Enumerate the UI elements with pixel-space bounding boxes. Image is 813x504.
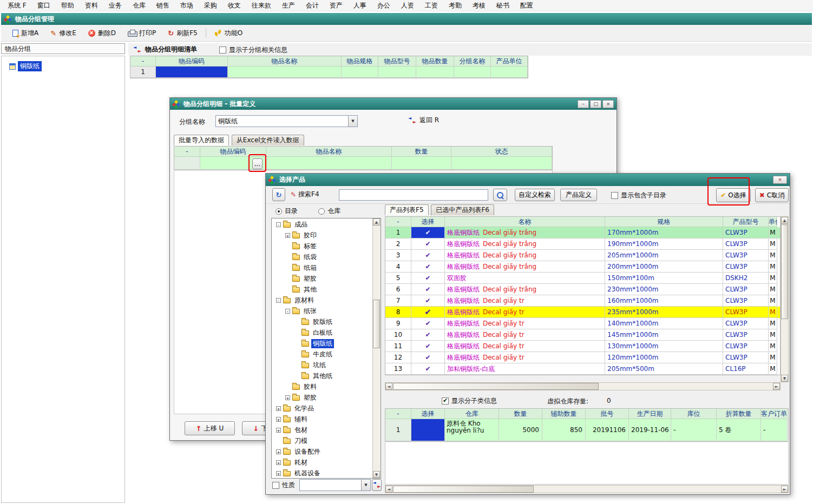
stock-hscrollbar[interactable]: ◄ ► [385, 485, 789, 493]
menu-item[interactable]: 业务 [103, 0, 127, 11]
product-row[interactable]: 6 格底铜版纸Decal giấy trắng 230mm*1000m CLW3… [385, 284, 780, 295]
item-code-cell[interactable] [156, 67, 228, 78]
column-header[interactable]: 物品规格 [342, 56, 378, 67]
status-cell[interactable] [451, 157, 552, 170]
tree-item[interactable]: + 耗材 [272, 457, 372, 468]
scroll-right-icon[interactable]: ► [773, 383, 780, 390]
expand-toggle-icon[interactable]: - [276, 298, 281, 303]
expand-toggle-icon[interactable]: + [276, 460, 281, 465]
column-header[interactable]: - [130, 56, 156, 67]
menu-item[interactable]: 资产 [324, 0, 348, 11]
expand-toggle-icon[interactable]: - [276, 222, 281, 227]
batch-row[interactable] [174, 157, 552, 170]
product-row[interactable]: 11 格底铜版纸Decal giấy tr 130mm*1000m CLW3P … [385, 341, 780, 352]
product-row[interactable]: 3 格底铜版纸Decal giấy trắng 205mm*1000m CLW3… [385, 250, 780, 261]
column-header[interactable]: 状态 [451, 147, 552, 157]
product-row[interactable]: 1 格底铜版纸Decal giấy trắng 170mm*1000m CLW3… [385, 227, 780, 238]
column-header[interactable]: 物品名称 [266, 147, 392, 157]
select-cell[interactable] [411, 352, 445, 363]
show-subgroup-checkbox[interactable]: 显示子分组相关信息 [219, 45, 287, 55]
menu-item[interactable]: 销售 [151, 0, 175, 11]
cancel-button[interactable]: ✖ C取消 [755, 188, 789, 202]
scroll-down-icon[interactable]: ▼ [373, 471, 380, 478]
column-header[interactable]: - [385, 409, 411, 419]
product-row[interactable]: 12 格底铜版纸Decal giấy tr 120mm*1000m CLW3P … [385, 352, 780, 363]
close-icon[interactable]: × [773, 176, 787, 184]
column-header[interactable]: 物品数量 [416, 56, 454, 67]
expand-toggle-icon[interactable]: + [276, 449, 281, 454]
menu-item[interactable]: 往来款 [246, 0, 277, 11]
column-header[interactable]: 批号 [586, 409, 629, 419]
radio-warehouse[interactable]: 仓库 [318, 207, 340, 216]
select-cell[interactable] [411, 295, 445, 307]
column-header[interactable]: 物品名称 [228, 56, 342, 67]
select-cell[interactable] [411, 341, 445, 352]
tree-item[interactable]: + 化学品 [272, 403, 372, 414]
select-cell[interactable] [411, 261, 445, 273]
expand-toggle-icon[interactable]: + [276, 428, 281, 433]
product-vscrollbar[interactable]: ▲ ▼ [781, 216, 789, 382]
function-button[interactable]: 功能O [208, 27, 248, 39]
radio-off-icon[interactable] [318, 208, 325, 215]
scroll-up-icon[interactable]: ▲ [781, 217, 788, 224]
move-up-button[interactable]: ↑ 上移 U [185, 421, 235, 435]
item-model-cell[interactable] [378, 67, 416, 78]
tree-item[interactable]: - 原材料 [272, 295, 372, 306]
group-name-cell[interactable] [454, 67, 491, 78]
tree-scrollbar[interactable]: ▲ ▼ [372, 218, 381, 478]
tree-item[interactable]: 塑胶 [272, 273, 372, 284]
product-row[interactable]: 13 加粘铜版纸-白底 205mm*500m CL16P M [385, 363, 780, 375]
menu-item[interactable]: 考核 [467, 0, 491, 11]
column-header[interactable]: 生产日期 [629, 409, 671, 419]
expand-toggle-icon[interactable]: + [276, 417, 281, 422]
item-name-cell[interactable] [266, 157, 392, 170]
chevron-down-icon[interactable]: ▼ [361, 480, 370, 490]
expand-toggle-icon[interactable]: + [285, 233, 290, 238]
product-row[interactable]: 7 格底铜版纸Decal giấy tr 160mm*1000m CLW3P M [385, 295, 780, 307]
tree-item[interactable]: - 成品 [272, 219, 372, 230]
select-cell[interactable] [411, 227, 445, 238]
menu-item[interactable]: 市场 [175, 0, 199, 11]
batch-dialog-titlebar[interactable]: 物品分组明细 - 批量定义 – □ × [170, 98, 617, 110]
radio-catalog[interactable]: 目录 [276, 207, 298, 216]
tree-item[interactable]: 纸箱 [272, 262, 372, 273]
reload-button[interactable]: ↻ [272, 188, 285, 201]
magnifier-button[interactable] [493, 189, 507, 201]
select-cell[interactable] [411, 307, 445, 318]
nature-checkbox[interactable]: 性质 [272, 481, 295, 490]
tree-item[interactable]: + 胶印 [272, 230, 372, 241]
item-spec-cell[interactable] [342, 67, 378, 78]
select-cell[interactable] [411, 238, 445, 250]
menu-item[interactable]: 收支 [222, 0, 246, 11]
product-hscrollbar[interactable]: ◄ ► [385, 382, 781, 390]
column-header[interactable]: 产品型号 [723, 217, 769, 227]
product-row[interactable]: 2 格底铜版纸Decal giấy trắng 190mm*1000m CLW3… [385, 238, 780, 250]
product-define-button[interactable]: 产品定义 [560, 189, 597, 201]
custom-search-button[interactable]: 自定义检索 [515, 189, 555, 201]
tree-item[interactable]: 其他 [272, 284, 372, 295]
tree-item[interactable]: 坑纸 [272, 360, 372, 370]
tree-item[interactable]: 标签 [272, 241, 372, 251]
menu-item[interactable]: 办公 [372, 0, 396, 11]
tree-item[interactable]: + 包材 [272, 425, 372, 435]
column-header[interactable]: 名称 [445, 217, 605, 227]
menu-item[interactable]: 秘书 [491, 0, 515, 11]
tab-excel-import[interactable]: 从Excel文件读入数据 [232, 135, 304, 145]
product-row[interactable]: 10 格底铜版纸Decal giấy tr 145mm*1000m CLW3P … [385, 329, 780, 341]
radio-on-icon[interactable] [276, 208, 282, 215]
tree-item[interactable]: 白板纸 [272, 327, 372, 338]
main-window-titlebar[interactable]: 物品分组管理 [1, 13, 812, 25]
close-icon[interactable]: × [602, 100, 614, 108]
tree-item[interactable]: 其他纸 [272, 370, 372, 381]
tree-item[interactable]: - 纸张 [272, 306, 372, 316]
menu-item[interactable]: 考勤 [443, 0, 467, 11]
menu-item[interactable]: 工资 [419, 0, 443, 11]
menu-item[interactable]: 帮助 [56, 0, 80, 11]
column-header[interactable]: 仓库 [445, 409, 499, 419]
menu-item[interactable]: 生产 [277, 0, 300, 11]
menu-item[interactable]: 会计 [300, 0, 324, 11]
table-row[interactable]: 1 [130, 67, 528, 78]
chevron-down-icon[interactable]: ▼ [348, 116, 357, 127]
select-cell[interactable] [411, 273, 445, 284]
scroll-up-icon[interactable]: ▲ [373, 218, 380, 226]
